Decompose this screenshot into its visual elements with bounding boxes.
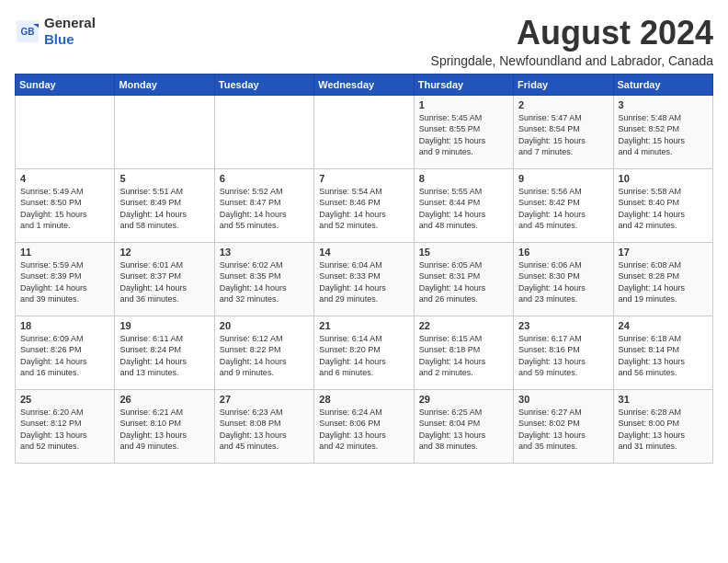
- day-info-29: Sunrise: 6:25 AM Sunset: 8:04 PM Dayligh…: [419, 407, 508, 453]
- calendar-cell-w2-d2: 5Sunrise: 5:51 AM Sunset: 8:49 PM Daylig…: [115, 168, 214, 242]
- month-year-title: August 2024: [431, 15, 713, 52]
- day-number-18: 18: [20, 320, 109, 331]
- svg-text:GB: GB: [21, 27, 35, 37]
- day-number-21: 21: [319, 320, 408, 331]
- weekday-header-thursday: Thursday: [414, 74, 513, 95]
- day-info-1: Sunrise: 5:45 AM Sunset: 8:55 PM Dayligh…: [419, 112, 508, 158]
- calendar-cell-w4-d7: 24Sunrise: 6:18 AM Sunset: 8:14 PM Dayli…: [613, 316, 712, 389]
- calendar-cell-w3-d2: 12Sunrise: 6:01 AM Sunset: 8:37 PM Dayli…: [115, 242, 214, 316]
- day-info-31: Sunrise: 6:28 AM Sunset: 8:00 PM Dayligh…: [619, 407, 708, 453]
- day-info-24: Sunrise: 6:18 AM Sunset: 8:14 PM Dayligh…: [619, 333, 708, 379]
- title-block: August 2024 Springdale, Newfoundland and…: [431, 15, 713, 68]
- day-info-14: Sunrise: 6:04 AM Sunset: 8:33 PM Dayligh…: [319, 259, 408, 305]
- day-info-16: Sunrise: 6:06 AM Sunset: 8:30 PM Dayligh…: [518, 259, 608, 305]
- day-number-22: 22: [419, 320, 508, 331]
- day-info-18: Sunrise: 6:09 AM Sunset: 8:26 PM Dayligh…: [20, 333, 109, 379]
- day-info-11: Sunrise: 5:59 AM Sunset: 8:39 PM Dayligh…: [20, 259, 109, 305]
- logo-blue-text: Blue: [44, 31, 74, 47]
- day-number-16: 16: [518, 247, 608, 258]
- calendar-cell-w3-d6: 16Sunrise: 6:06 AM Sunset: 8:30 PM Dayli…: [514, 242, 613, 316]
- day-number-8: 8: [419, 173, 508, 184]
- calendar-cell-w5-d4: 28Sunrise: 6:24 AM Sunset: 8:06 PM Dayli…: [314, 389, 414, 463]
- day-info-27: Sunrise: 6:23 AM Sunset: 8:08 PM Dayligh…: [220, 407, 309, 453]
- day-info-3: Sunrise: 5:48 AM Sunset: 8:52 PM Dayligh…: [619, 112, 708, 158]
- day-info-28: Sunrise: 6:24 AM Sunset: 8:06 PM Dayligh…: [319, 407, 408, 453]
- calendar-cell-w1-d7: 3Sunrise: 5:48 AM Sunset: 8:52 PM Daylig…: [613, 95, 712, 168]
- calendar-cell-w4-d1: 18Sunrise: 6:09 AM Sunset: 8:26 PM Dayli…: [16, 316, 115, 389]
- day-number-28: 28: [319, 394, 408, 405]
- day-info-26: Sunrise: 6:21 AM Sunset: 8:10 PM Dayligh…: [119, 407, 209, 453]
- day-info-4: Sunrise: 5:49 AM Sunset: 8:50 PM Dayligh…: [20, 186, 109, 232]
- calendar-cell-w1-d3: [214, 95, 313, 168]
- day-info-12: Sunrise: 6:01 AM Sunset: 8:37 PM Dayligh…: [119, 259, 209, 305]
- calendar-cell-w5-d3: 27Sunrise: 6:23 AM Sunset: 8:08 PM Dayli…: [214, 389, 313, 463]
- weekday-header-tuesday: Tuesday: [214, 74, 313, 95]
- day-number-10: 10: [619, 173, 708, 184]
- day-number-1: 1: [419, 99, 508, 110]
- day-number-19: 19: [119, 320, 209, 331]
- day-number-2: 2: [518, 99, 608, 110]
- calendar-cell-w3-d1: 11Sunrise: 5:59 AM Sunset: 8:39 PM Dayli…: [16, 242, 115, 316]
- calendar-cell-w5-d1: 25Sunrise: 6:20 AM Sunset: 8:12 PM Dayli…: [16, 389, 115, 463]
- day-number-17: 17: [619, 247, 708, 258]
- day-info-21: Sunrise: 6:14 AM Sunset: 8:20 PM Dayligh…: [319, 333, 408, 379]
- day-number-27: 27: [220, 394, 309, 405]
- day-number-12: 12: [119, 247, 209, 258]
- calendar-cell-w1-d5: 1Sunrise: 5:45 AM Sunset: 8:55 PM Daylig…: [414, 95, 513, 168]
- calendar-cell-w3-d3: 13Sunrise: 6:02 AM Sunset: 8:35 PM Dayli…: [214, 242, 313, 316]
- day-number-25: 25: [20, 394, 109, 405]
- day-info-22: Sunrise: 6:15 AM Sunset: 8:18 PM Dayligh…: [419, 333, 508, 379]
- calendar-cell-w4-d5: 22Sunrise: 6:15 AM Sunset: 8:18 PM Dayli…: [414, 316, 513, 389]
- weekday-header-friday: Friday: [514, 74, 613, 95]
- day-number-20: 20: [220, 320, 309, 331]
- calendar-cell-w2-d1: 4Sunrise: 5:49 AM Sunset: 8:50 PM Daylig…: [16, 168, 115, 242]
- calendar-cell-w4-d4: 21Sunrise: 6:14 AM Sunset: 8:20 PM Dayli…: [314, 316, 414, 389]
- day-info-15: Sunrise: 6:05 AM Sunset: 8:31 PM Dayligh…: [419, 259, 508, 305]
- weekday-header-sunday: Sunday: [16, 74, 115, 95]
- calendar-cell-w2-d3: 6Sunrise: 5:52 AM Sunset: 8:47 PM Daylig…: [214, 168, 313, 242]
- day-info-17: Sunrise: 6:08 AM Sunset: 8:28 PM Dayligh…: [619, 259, 708, 305]
- day-info-10: Sunrise: 5:58 AM Sunset: 8:40 PM Dayligh…: [619, 186, 708, 232]
- day-number-15: 15: [419, 247, 508, 258]
- day-info-6: Sunrise: 5:52 AM Sunset: 8:47 PM Dayligh…: [220, 186, 309, 232]
- day-number-29: 29: [419, 394, 508, 405]
- day-number-5: 5: [119, 173, 209, 184]
- calendar-cell-w4-d2: 19Sunrise: 6:11 AM Sunset: 8:24 PM Dayli…: [115, 316, 214, 389]
- calendar-cell-w4-d3: 20Sunrise: 6:12 AM Sunset: 8:22 PM Dayli…: [214, 316, 313, 389]
- calendar-cell-w5-d2: 26Sunrise: 6:21 AM Sunset: 8:10 PM Dayli…: [115, 389, 214, 463]
- calendar-cell-w3-d4: 14Sunrise: 6:04 AM Sunset: 8:33 PM Dayli…: [314, 242, 414, 316]
- location-subtitle: Springdale, Newfoundland and Labrador, C…: [431, 53, 713, 68]
- logo-icon: GB: [15, 18, 40, 44]
- calendar-cell-w1-d1: [16, 95, 115, 168]
- day-number-11: 11: [20, 247, 109, 258]
- day-info-20: Sunrise: 6:12 AM Sunset: 8:22 PM Dayligh…: [220, 333, 309, 379]
- logo: GB General Blue: [15, 15, 96, 48]
- calendar-table: SundayMondayTuesdayWednesdayThursdayFrid…: [15, 74, 713, 464]
- day-number-6: 6: [220, 173, 309, 184]
- calendar-cell-w2-d6: 9Sunrise: 5:56 AM Sunset: 8:42 PM Daylig…: [514, 168, 613, 242]
- weekday-header-monday: Monday: [115, 74, 214, 95]
- day-info-30: Sunrise: 6:27 AM Sunset: 8:02 PM Dayligh…: [518, 407, 608, 453]
- day-number-7: 7: [319, 173, 408, 184]
- calendar-cell-w2-d7: 10Sunrise: 5:58 AM Sunset: 8:40 PM Dayli…: [613, 168, 712, 242]
- day-number-31: 31: [619, 394, 708, 405]
- calendar-cell-w4-d6: 23Sunrise: 6:17 AM Sunset: 8:16 PM Dayli…: [514, 316, 613, 389]
- day-info-5: Sunrise: 5:51 AM Sunset: 8:49 PM Dayligh…: [119, 186, 209, 232]
- calendar-cell-w1-d6: 2Sunrise: 5:47 AM Sunset: 8:54 PM Daylig…: [514, 95, 613, 168]
- header: GB General Blue August 2024 Springdale, …: [15, 15, 713, 68]
- calendar-cell-w1-d4: [314, 95, 414, 168]
- day-info-7: Sunrise: 5:54 AM Sunset: 8:46 PM Dayligh…: [319, 186, 408, 232]
- day-info-25: Sunrise: 6:20 AM Sunset: 8:12 PM Dayligh…: [20, 407, 109, 453]
- day-number-26: 26: [119, 394, 209, 405]
- calendar-cell-w5-d7: 31Sunrise: 6:28 AM Sunset: 8:00 PM Dayli…: [613, 389, 712, 463]
- day-number-3: 3: [619, 99, 708, 110]
- calendar-cell-w2-d5: 8Sunrise: 5:55 AM Sunset: 8:44 PM Daylig…: [414, 168, 513, 242]
- day-number-24: 24: [619, 320, 708, 331]
- day-info-23: Sunrise: 6:17 AM Sunset: 8:16 PM Dayligh…: [518, 333, 608, 379]
- day-info-8: Sunrise: 5:55 AM Sunset: 8:44 PM Dayligh…: [419, 186, 508, 232]
- day-number-13: 13: [220, 247, 309, 258]
- weekday-header-saturday: Saturday: [613, 74, 712, 95]
- calendar-cell-w2-d4: 7Sunrise: 5:54 AM Sunset: 8:46 PM Daylig…: [314, 168, 414, 242]
- day-number-9: 9: [518, 173, 608, 184]
- logo-general-text: General: [44, 15, 96, 30]
